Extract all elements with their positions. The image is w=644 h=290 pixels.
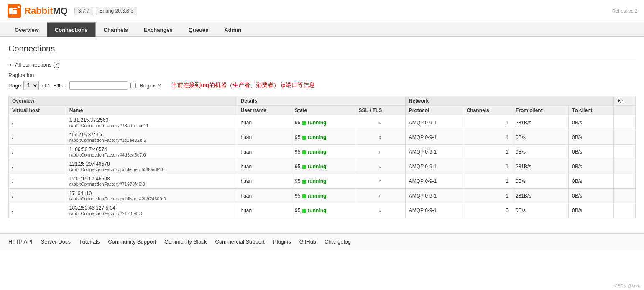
state-indicator (302, 209, 306, 213)
nav-connections[interactable]: Connections (47, 22, 96, 37)
footer-link[interactable]: Community Slack (164, 239, 207, 245)
footer-link[interactable]: Plugins (273, 239, 291, 245)
cell-to-client: 0B/s (568, 189, 613, 203)
main-nav: Overview Connections Channels Exchanges … (0, 22, 644, 37)
arrow-icon: ▼ (8, 62, 13, 67)
state-indicator (302, 150, 306, 154)
filter-input[interactable] (69, 81, 128, 90)
cell-ssl: ○ (355, 174, 405, 189)
cell-vhost: / (9, 115, 66, 130)
name-bot: rabbitConnectionFactory#1c1ee02b:5 (69, 138, 234, 143)
svg-rect-1 (9, 8, 13, 14)
cell-protocol: AMQP 0-9-1 (405, 145, 463, 159)
name-top: 121. :150 7:46608 (69, 176, 234, 182)
cell-channels: 1 (463, 159, 512, 174)
regex-checkbox[interactable] (130, 83, 136, 88)
nav-exchanges[interactable]: Exchanges (136, 22, 181, 37)
cell-protocol: AMQP 0-9-1 (405, 203, 463, 218)
svg-rect-4 (18, 6, 20, 8)
nav-admin[interactable]: Admin (216, 22, 249, 37)
nav-queues[interactable]: Queues (181, 22, 217, 37)
footer-link[interactable]: GitHub (299, 239, 316, 245)
pagination-label: Pagination (8, 72, 636, 78)
cell-ssl: ○ (355, 130, 405, 145)
name-bot: rabbitConnectionFactory#21f459fc:0 (69, 211, 234, 216)
cell-state: 95 running (291, 130, 355, 145)
name-bot: rabbitConnectionFactory.publisher#2b9746… (69, 196, 234, 201)
pagination-section: Pagination Page 1 of 1 Filter: Regex ? 当… (8, 72, 636, 90)
cell-extra (614, 189, 636, 203)
of-label: of 1 (41, 82, 51, 89)
version-badge: 3.7.7 (74, 7, 93, 15)
th-group-network: Network (405, 96, 613, 106)
footer-link[interactable]: Server Docs (41, 239, 71, 245)
connections-table: Overview Details Network +/- Virtual hos… (8, 96, 636, 218)
cell-username: huan (237, 159, 291, 174)
cell-vhost: / (9, 203, 66, 218)
cell-from-client: 281B/s (512, 189, 569, 203)
cell-state: 95 running (291, 203, 355, 218)
name-top: 183.250.46.127:5 04 (69, 205, 234, 211)
name-top: 1 31.215.37:2560 (69, 117, 234, 123)
cell-name[interactable]: 1. 06:56 7:46574 rabbitConnectionFactory… (66, 145, 237, 159)
filter-text: Filter: (53, 82, 67, 89)
footer-link[interactable]: Community Support (108, 239, 156, 245)
svg-rect-2 (13, 10, 17, 14)
cell-from-client: 281B/s (512, 115, 569, 130)
nav-channels[interactable]: Channels (96, 22, 136, 37)
cell-to-client: 0B/s (568, 203, 613, 218)
cell-to-client: 0B/s (568, 115, 613, 130)
name-top: 1. 06:56 7:46574 (69, 146, 234, 152)
table-row: / 121. :150 7:46608 rabbitConnectionFact… (9, 174, 636, 189)
cell-ssl: ○ (355, 203, 405, 218)
th-from-client: From client (512, 106, 569, 115)
cell-name[interactable]: 183.250.46.127:5 04 rabbitConnectionFact… (66, 203, 237, 218)
table-row: / 17 :04 :10 rabbitConnectionFactory.pub… (9, 189, 636, 203)
cell-ssl: ○ (355, 115, 405, 130)
th-plus-minus[interactable]: +/- (614, 96, 636, 106)
cell-from-client: 0B/s (512, 130, 569, 145)
page-select[interactable]: 1 (23, 81, 39, 90)
table-row: / *17 215.37: 16 rabbitConnectionFactory… (9, 130, 636, 145)
state-text: running (308, 208, 327, 213)
footer-link[interactable]: Commercial Support (215, 239, 265, 245)
footer: HTTP APIServer DocsTutorialsCommunity Su… (0, 233, 644, 250)
cell-vhost: / (9, 130, 66, 145)
cell-vhost: / (9, 159, 66, 174)
name-bot: rabbitConnectionFactory.publisher#5390e8… (69, 167, 234, 172)
nav-overview[interactable]: Overview (7, 22, 47, 37)
cell-name[interactable]: 121.26 207:46578 rabbitConnectionFactory… (66, 159, 237, 174)
th-channels: Channels (463, 106, 512, 115)
footer-link[interactable]: HTTP API (8, 239, 33, 245)
state-indicator (302, 136, 306, 140)
footer-link[interactable]: Changelog (325, 239, 351, 245)
th-ssl: SSL / TLS (355, 106, 405, 115)
name-bot: rabbitConnectionFactory#71978f46:0 (69, 182, 234, 187)
help-icon: ? (158, 82, 161, 89)
pagination-controls: Page 1 of 1 Filter: Regex ? 当前连接到mq的机器（生… (8, 81, 636, 90)
cell-vhost: / (9, 174, 66, 189)
cell-username: huan (237, 189, 291, 203)
cell-state: 95 running (291, 115, 355, 130)
name-bot: rabbitConnectionFactory#4d3ca6c7:0 (69, 152, 234, 157)
all-connections-label: All connections (7) (15, 62, 60, 68)
state-indicator (302, 180, 306, 184)
cell-name[interactable]: 1 31.215.37:2560 rabbitConnectionFactory… (66, 115, 237, 130)
annotation-text: 当前连接到mq的机器（生产者、消费者） ip端口等信息 (171, 82, 314, 89)
cell-to-client: 0B/s (568, 145, 613, 159)
footer-link[interactable]: Tutorials (79, 239, 100, 245)
state-indicator (302, 121, 306, 125)
cell-from-client: 0B/s (512, 203, 569, 218)
cell-name[interactable]: 17 :04 :10 rabbitConnectionFactory.publi… (66, 189, 237, 203)
table-row: / 1. 06:56 7:46574 rabbitConnectionFacto… (9, 145, 636, 159)
cell-name[interactable]: 121. :150 7:46608 rabbitConnectionFactor… (66, 174, 237, 189)
th-extra (614, 106, 636, 115)
state-text: running (308, 164, 327, 169)
cell-ssl: ○ (355, 189, 405, 203)
cell-name[interactable]: *17 215.37: 16 rabbitConnectionFactory#1… (66, 130, 237, 145)
cell-username: huan (237, 130, 291, 145)
state-text: running (308, 149, 327, 155)
page-text: Page (8, 82, 21, 89)
logo: RabbitMQ (7, 3, 68, 18)
cell-from-client: 281B/s (512, 159, 569, 174)
